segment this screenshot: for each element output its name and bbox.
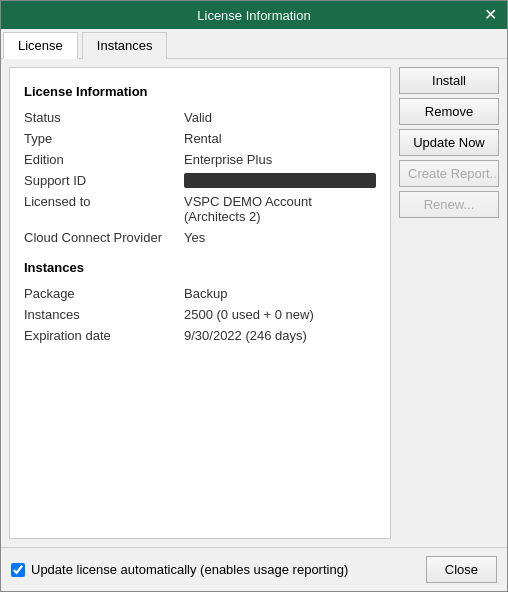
- field-label-cloud-connect: Cloud Connect Provider: [24, 230, 184, 245]
- field-label-licensed-to: Licensed to: [24, 194, 184, 209]
- field-label-expiration: Expiration date: [24, 328, 184, 343]
- install-button[interactable]: Install: [399, 67, 499, 94]
- field-value-support-id: [184, 173, 376, 188]
- tab-instances[interactable]: Instances: [82, 32, 168, 59]
- instances-section-title: Instances: [24, 260, 376, 275]
- field-label-status: Status: [24, 110, 184, 125]
- field-label-type: Type: [24, 131, 184, 146]
- create-report-button[interactable]: Create Report...: [399, 160, 499, 187]
- field-label-support-id: Support ID: [24, 173, 184, 188]
- dialog: License Information ✕ License Instances …: [0, 0, 508, 592]
- list-item: Instances 2500 (0 used + 0 new): [24, 304, 376, 325]
- close-icon[interactable]: ✕: [480, 7, 501, 23]
- close-button[interactable]: Close: [426, 556, 497, 583]
- auto-update-checkbox[interactable]: [11, 563, 25, 577]
- list-item: Type Rental: [24, 128, 376, 149]
- main-panel: License Information Status Valid Type Re…: [9, 67, 391, 539]
- side-panel: Install Remove Update Now Create Report.…: [399, 67, 499, 539]
- remove-button[interactable]: Remove: [399, 98, 499, 125]
- auto-update-checkbox-label[interactable]: Update license automatically (enables us…: [11, 562, 348, 577]
- list-item: Cloud Connect Provider Yes: [24, 227, 376, 248]
- field-value-type: Rental: [184, 131, 376, 146]
- field-value-edition: Enterprise Plus: [184, 152, 376, 167]
- content-area: License Information Status Valid Type Re…: [1, 59, 507, 547]
- field-value-cloud-connect: Yes: [184, 230, 376, 245]
- field-value-status: Valid: [184, 110, 376, 125]
- list-item: Support ID: [24, 170, 376, 191]
- tab-license[interactable]: License: [3, 32, 78, 59]
- list-item: Package Backup: [24, 283, 376, 304]
- tab-bar: License Instances: [1, 29, 507, 59]
- field-label-edition: Edition: [24, 152, 184, 167]
- list-item: Licensed to VSPC DEMO Account (Architect…: [24, 191, 376, 227]
- bottom-left: Update license automatically (enables us…: [11, 562, 348, 577]
- list-item: Status Valid: [24, 107, 376, 128]
- field-label-instances: Instances: [24, 307, 184, 322]
- field-label-package: Package: [24, 286, 184, 301]
- field-value-expiration: 9/30/2022 (246 days): [184, 328, 376, 343]
- license-section-title: License Information: [24, 84, 376, 99]
- list-item: Edition Enterprise Plus: [24, 149, 376, 170]
- auto-update-label: Update license automatically (enables us…: [31, 562, 348, 577]
- list-item: Expiration date 9/30/2022 (246 days): [24, 325, 376, 346]
- dialog-title: License Information: [197, 8, 310, 23]
- field-value-instances: 2500 (0 used + 0 new): [184, 307, 376, 322]
- update-now-button[interactable]: Update Now: [399, 129, 499, 156]
- title-bar: License Information ✕: [1, 1, 507, 29]
- field-value-package: Backup: [184, 286, 376, 301]
- bottom-bar: Update license automatically (enables us…: [1, 547, 507, 591]
- renew-button[interactable]: Renew...: [399, 191, 499, 218]
- field-value-licensed-to: VSPC DEMO Account (Architects 2): [184, 194, 376, 224]
